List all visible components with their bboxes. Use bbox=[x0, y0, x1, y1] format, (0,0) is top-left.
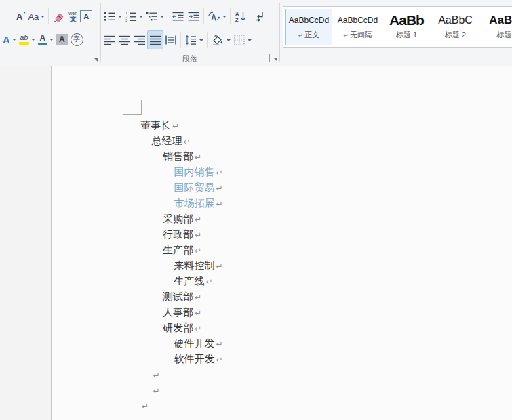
pilcrow-mark-icon: ↵ bbox=[153, 371, 160, 380]
linked-style-mark-icon: ↵ bbox=[343, 32, 349, 39]
doc-line[interactable]: 硬件开发↵ bbox=[0, 336, 512, 352]
paragraph-group-row1: 1 2 3 bbox=[102, 7, 267, 25]
pilcrow-mark-icon: ↵ bbox=[195, 246, 201, 255]
font-group-row1: A Aa wén 文 A bbox=[15, 7, 94, 25]
doc-line[interactable]: ↵ bbox=[0, 367, 512, 383]
separator bbox=[207, 32, 208, 48]
doc-line[interactable]: 研发部↵ bbox=[0, 320, 512, 336]
svg-text:A: A bbox=[212, 14, 216, 21]
font-dialog-launcher[interactable] bbox=[90, 54, 98, 62]
pilcrow-mark-icon: ↵ bbox=[216, 355, 223, 364]
character-border-icon: A bbox=[80, 10, 92, 22]
align-center-icon bbox=[119, 34, 131, 46]
character-border-button[interactable]: A bbox=[79, 7, 94, 25]
align-center-button[interactable] bbox=[117, 31, 132, 49]
doc-line-text: 生产线 bbox=[174, 275, 205, 287]
svg-text:3: 3 bbox=[125, 18, 127, 22]
separator bbox=[168, 8, 168, 24]
ribbon: A Aa wén 文 A A bbox=[0, 0, 512, 66]
asian-layout-icon: A bbox=[208, 10, 220, 22]
doc-line[interactable]: 人事部↵ bbox=[0, 305, 512, 320]
doc-line-text: 国际贸易 bbox=[174, 182, 215, 194]
highlight-icon: ab bbox=[19, 34, 29, 45]
line-spacing-caret-icon bbox=[199, 39, 203, 41]
multilevel-caret-icon bbox=[160, 16, 164, 18]
style-item-3[interactable]: AaBb标题 1 bbox=[383, 9, 430, 45]
doc-line[interactable]: 销售部↵ bbox=[0, 149, 512, 165]
style-sample-text: AaBb bbox=[481, 14, 512, 27]
sort-icon: A Z bbox=[234, 10, 246, 22]
doc-line[interactable]: 市场拓展↵ bbox=[0, 196, 512, 211]
style-item-5[interactable]: AaBb标题 bbox=[481, 9, 512, 45]
enclose-characters-button[interactable]: 字 bbox=[69, 30, 85, 48]
doc-line[interactable]: ↵ bbox=[0, 383, 512, 398]
change-case-icon: Aa bbox=[28, 12, 39, 21]
style-item-4[interactable]: AaBbC标题 2 bbox=[432, 9, 479, 45]
line-spacing-button[interactable] bbox=[183, 31, 205, 49]
doc-line[interactable]: 国内销售↵ bbox=[0, 165, 512, 180]
doc-line-text: 国内销售 bbox=[174, 166, 215, 178]
paragraph-dialog-launcher[interactable] bbox=[269, 54, 277, 62]
page-margin-corner-mark bbox=[123, 100, 142, 115]
align-right-icon bbox=[134, 34, 146, 46]
pilcrow-mark-icon: ↵ bbox=[172, 121, 179, 131]
distribute-button[interactable] bbox=[163, 31, 178, 49]
sort-button[interactable]: A Z bbox=[233, 7, 248, 25]
font-color-icon: A bbox=[38, 34, 47, 45]
align-right-button[interactable] bbox=[132, 31, 147, 49]
increase-indent-button[interactable] bbox=[186, 7, 201, 25]
font-color-button[interactable]: A bbox=[37, 30, 55, 48]
doc-line[interactable]: 董事长↵ bbox=[0, 118, 512, 133]
doc-line[interactable]: 行政部↵ bbox=[0, 227, 512, 243]
asian-layout-button[interactable]: A bbox=[206, 7, 228, 25]
show-hide-marks-button[interactable] bbox=[252, 7, 267, 25]
pilcrow-mark-icon: ↵ bbox=[195, 215, 201, 224]
doc-line[interactable]: 总经理↵ bbox=[0, 133, 512, 149]
document-text: 董事长↵总经理↵销售部↵国内销售↵国际贸易↵市场拓展↵采购部↵行政部↵生产部↵来… bbox=[0, 118, 512, 414]
doc-line[interactable]: 采购部↵ bbox=[0, 211, 512, 227]
doc-line-text: 总经理 bbox=[152, 135, 182, 147]
text-effects-button[interactable]: A bbox=[1, 30, 18, 48]
style-item-2[interactable]: AaBbCcDd↵无间隔 bbox=[334, 9, 381, 45]
paragraph-group-label: 段落 bbox=[102, 54, 278, 64]
document-canvas[interactable]: 董事长↵总经理↵销售部↵国内销售↵国际贸易↵市场拓展↵采购部↵行政部↵生产部↵来… bbox=[0, 66, 512, 420]
doc-line[interactable]: 国际贸易↵ bbox=[0, 180, 512, 196]
align-left-icon bbox=[104, 34, 116, 46]
highlight-color-button[interactable]: ab bbox=[18, 30, 37, 48]
shading-button[interactable] bbox=[210, 31, 232, 49]
style-sample-text: AaBb bbox=[383, 14, 430, 27]
doc-line[interactable]: 生产线↵ bbox=[0, 274, 512, 289]
pilcrow-mark-icon: ↵ bbox=[206, 277, 213, 287]
phonetic-guide-button[interactable]: wén 文 bbox=[67, 7, 79, 25]
doc-line[interactable]: ↵ bbox=[0, 398, 512, 414]
doc-line[interactable]: 来料控制↵ bbox=[0, 258, 512, 274]
pilcrow-mark-icon: ↵ bbox=[195, 308, 201, 318]
bullets-caret-icon bbox=[118, 16, 122, 18]
character-shading-button[interactable]: A bbox=[55, 30, 69, 48]
phonetic-guide-icon: wén 文 bbox=[68, 11, 77, 22]
pilcrow-mark-icon: ↵ bbox=[195, 230, 201, 240]
numbering-button[interactable]: 1 2 3 bbox=[123, 7, 144, 25]
decrease-indent-button[interactable] bbox=[170, 7, 186, 25]
style-sample-text: AaBbCcDd bbox=[286, 14, 332, 27]
numbering-icon: 1 2 3 bbox=[125, 10, 137, 22]
pilcrow-mark-icon: ↵ bbox=[153, 386, 160, 396]
shrink-font-button[interactable]: A bbox=[15, 7, 26, 25]
justify-icon bbox=[149, 34, 161, 46]
bullets-button[interactable] bbox=[102, 7, 123, 25]
multilevel-list-button[interactable] bbox=[144, 7, 165, 25]
change-case-button[interactable]: Aa bbox=[26, 7, 46, 25]
clear-formatting-button[interactable] bbox=[51, 7, 67, 25]
doc-line[interactable]: 生产部↵ bbox=[0, 243, 512, 258]
borders-button[interactable] bbox=[232, 31, 253, 49]
doc-line-text: 来料控制 bbox=[174, 259, 215, 272]
justify-button[interactable] bbox=[147, 30, 163, 49]
style-item-1[interactable]: AaBbCcDd↵正文 bbox=[285, 9, 332, 45]
pilcrow-mark-icon: ↵ bbox=[184, 137, 191, 146]
pilcrow-mark-icon: ↵ bbox=[216, 339, 223, 349]
doc-line[interactable]: 软件开发↵ bbox=[0, 352, 512, 367]
style-sample-text: AaBbC bbox=[432, 14, 479, 27]
separator bbox=[250, 8, 250, 24]
align-left-button[interactable] bbox=[102, 31, 117, 49]
doc-line[interactable]: 测试部↵ bbox=[0, 289, 512, 305]
